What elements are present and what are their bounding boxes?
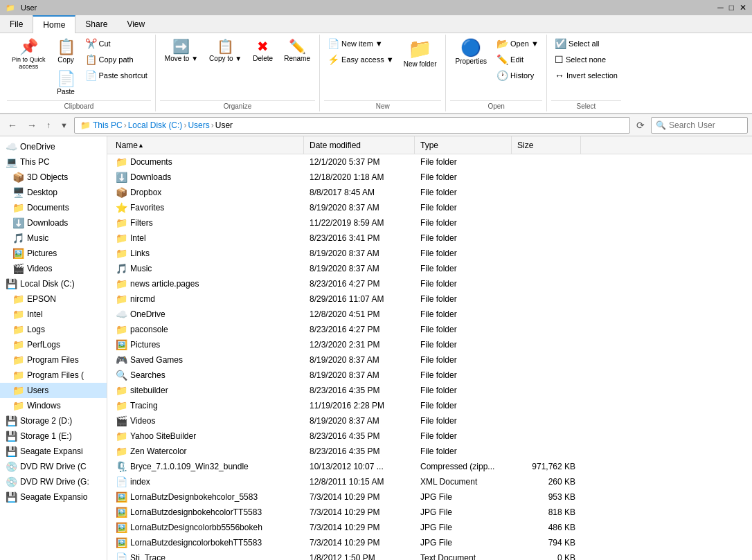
table-row[interactable]: 🖼️ LornaButzDesignbokehcolor_5583 7/3/20… bbox=[107, 489, 752, 505]
file-type-13: File folder bbox=[415, 355, 512, 365]
table-row[interactable]: 📄 index 12/8/2011 10:15 AM XML Document … bbox=[107, 474, 752, 489]
pin-quick-access-button[interactable]: 📌 Pin to Quickaccess bbox=[7, 36, 51, 73]
sidebar-item-storage1[interactable]: 💾Storage 1 (E:) bbox=[0, 428, 107, 444]
easy-access-button[interactable]: ⚡ Easy access ▼ bbox=[324, 52, 397, 67]
search-input[interactable] bbox=[669, 120, 752, 130]
sidebar-item-pictures-nav[interactable]: 🖼️Pictures bbox=[0, 246, 107, 261]
breadcrumb-this-pc[interactable]: 📁 This PC bbox=[80, 120, 123, 130]
table-row[interactable]: ⭐ Favorites 8/19/2020 8:37 AM File folde… bbox=[107, 200, 752, 215]
paste-shortcut-button[interactable]: 📄 Paste shortcut bbox=[82, 68, 151, 83]
sidebar-item-dvd-c[interactable]: 💿DVD RW Drive (C bbox=[0, 459, 107, 474]
table-row[interactable]: 📄 Sti_Trace 1/8/2012 1:50 PM Text Docume… bbox=[107, 550, 752, 560]
table-row[interactable]: 📁 paconsole 8/23/2016 4:27 PM File folde… bbox=[107, 322, 752, 337]
sidebar-item-storage2[interactable]: 💾Storage 2 (D:) bbox=[0, 413, 107, 428]
select-none-button[interactable]: ☐ Select none bbox=[551, 52, 621, 67]
move-to-button[interactable]: ➡️ Move to ▼ bbox=[160, 36, 203, 66]
open-icon: 📂 bbox=[496, 38, 508, 49]
tab-share[interactable]: Share bbox=[75, 15, 117, 33]
table-row[interactable]: ☁️ OneDrive 12/8/2020 4:51 PM File folde… bbox=[107, 307, 752, 322]
table-row[interactable]: 📁 nircmd 8/29/2016 11:07 AM File folder bbox=[107, 291, 752, 307]
close-button[interactable]: ✕ bbox=[740, 3, 746, 12]
breadcrumb-users[interactable]: Users bbox=[188, 120, 209, 130]
col-type-header[interactable]: Type bbox=[415, 136, 512, 154]
sidebar-item-videos-nav[interactable]: 🎬Videos bbox=[0, 261, 107, 276]
sidebar-item-seagate-exp[interactable]: 💾Seagate Expansi bbox=[0, 444, 107, 459]
table-row[interactable]: 📁 Yahoo SiteBuilder 8/23/2016 4:35 PM Fi… bbox=[107, 428, 752, 444]
new-item-button[interactable]: 📄 New item ▼ bbox=[324, 36, 397, 51]
col-name-header[interactable]: Name ▲ bbox=[110, 136, 304, 154]
open-button[interactable]: 📂 Open ▼ bbox=[493, 36, 542, 51]
sidebar-item-windows[interactable]: 📁Windows bbox=[0, 398, 107, 413]
sidebar-item-this-pc[interactable]: 💻This PC bbox=[0, 154, 107, 170]
paste-shortcut-label: Paste shortcut bbox=[99, 71, 147, 80]
minimize-button[interactable]: ─ bbox=[717, 3, 724, 12]
back-button[interactable]: ← bbox=[4, 118, 21, 133]
refresh-button[interactable]: ⟳ bbox=[633, 118, 648, 133]
history-button[interactable]: 🕐 History bbox=[493, 68, 542, 83]
breadcrumb[interactable]: 📁 This PC › Local Disk (C:) › Users › Us… bbox=[74, 117, 630, 134]
sidebar-label-seagate-exp: Seagate Expansi bbox=[20, 446, 83, 456]
table-row[interactable]: 🖼️ LornaButzdesignbokehcolorTT5583 7/3/2… bbox=[107, 505, 752, 520]
table-row[interactable]: 🖼️ Pictures 12/3/2020 2:31 PM File folde… bbox=[107, 337, 752, 352]
table-row[interactable]: 📁 Filters 11/22/2019 8:59 AM File folder bbox=[107, 215, 752, 231]
sidebar-item-program-files-x[interactable]: 📁Program Files ( bbox=[0, 368, 107, 383]
sidebar-item-perflogs[interactable]: 📁PerfLogs bbox=[0, 337, 107, 352]
invert-selection-button[interactable]: ↔️ Invert selection bbox=[551, 68, 621, 83]
table-row[interactable]: 🖼️ LornaButzDesigncolorbb5556bokeh 7/3/2… bbox=[107, 520, 752, 535]
up-button[interactable]: ↑ bbox=[43, 118, 54, 132]
table-row[interactable]: 📦 Dropbox 8/8/2017 8:45 AM File folder bbox=[107, 185, 752, 200]
sidebar-item-program-files[interactable]: 📁Program Files bbox=[0, 352, 107, 368]
cut-button[interactable]: ✂️ Cut bbox=[82, 36, 151, 51]
tab-view[interactable]: View bbox=[117, 15, 154, 33]
paste-button[interactable]: 📄 Paste bbox=[52, 68, 80, 99]
table-row[interactable]: 🗜️ Bryce_7.1.0.109_Win32_bundle 10/13/20… bbox=[107, 459, 752, 474]
file-date-6: 8/19/2020 8:37 AM bbox=[304, 249, 415, 258]
copy-button[interactable]: 📋 Copy bbox=[52, 36, 80, 67]
table-row[interactable]: ⬇️ Downloads 12/18/2020 1:18 AM File fol… bbox=[107, 170, 752, 185]
maximize-button[interactable]: □ bbox=[729, 3, 734, 12]
sidebar-item-music-nav[interactable]: 🎵Music bbox=[0, 231, 107, 246]
sidebar-item-epson[interactable]: 📁EPSON bbox=[0, 291, 107, 307]
sidebar-item-intel[interactable]: 📁Intel bbox=[0, 307, 107, 322]
sidebar-item-dvd-g[interactable]: 💿DVD RW Drive (G: bbox=[0, 474, 107, 489]
sidebar-item-users[interactable]: 📁Users bbox=[0, 383, 107, 398]
table-row[interactable]: 📁 Zen Watercolor 8/23/2016 4:35 PM File … bbox=[107, 444, 752, 459]
sidebar-item-documents[interactable]: 📁Documents bbox=[0, 200, 107, 215]
sidebar-item-logs[interactable]: 📁Logs bbox=[0, 322, 107, 337]
rename-button[interactable]: ✏️ Rename bbox=[279, 36, 315, 66]
delete-button[interactable]: ✖ Delete bbox=[248, 36, 278, 66]
table-row[interactable]: 🎬 Videos 8/19/2020 8:37 AM File folder bbox=[107, 413, 752, 428]
properties-button[interactable]: 🔵 Properties bbox=[450, 36, 492, 69]
table-row[interactable]: 🔍 Searches 8/19/2020 8:37 AM File folder bbox=[107, 368, 752, 383]
copy-to-button[interactable]: 📋 Copy to ▼ bbox=[204, 36, 247, 66]
copy-to-label: Copy to ▼ bbox=[209, 55, 242, 62]
table-row[interactable]: 📁 Tracing 11/19/2016 2:28 PM File folder bbox=[107, 398, 752, 413]
col-size-header[interactable]: Size bbox=[512, 136, 581, 154]
table-row[interactable]: 📁 news article.pages 8/23/2016 4:27 PM F… bbox=[107, 276, 752, 291]
sidebar-item-onedrive[interactable]: ☁️OneDrive bbox=[0, 139, 107, 154]
table-row[interactable]: 📁 Links 8/19/2020 8:37 AM File folder bbox=[107, 246, 752, 261]
sidebar-item-seagate-exp2[interactable]: 💾Seagate Expansio bbox=[0, 489, 107, 505]
select-all-button[interactable]: ☑️ Select all bbox=[551, 36, 621, 51]
sidebar-item-downloads-nav[interactable]: ⬇️Downloads bbox=[0, 215, 107, 231]
file-date-10: 12/8/2020 4:51 PM bbox=[304, 309, 415, 319]
col-date-header[interactable]: Date modified bbox=[304, 136, 415, 154]
forward-button[interactable]: → bbox=[24, 118, 40, 133]
sidebar-item-3d-objects[interactable]: 📦3D Objects bbox=[0, 170, 107, 185]
sidebar-item-desktop[interactable]: 🖥️Desktop bbox=[0, 185, 107, 200]
table-row[interactable]: 📁 sitebuilder 8/23/2016 4:35 PM File fol… bbox=[107, 383, 752, 398]
table-row[interactable]: 📁 Documents 12/1/2020 5:37 PM File folde… bbox=[107, 154, 752, 170]
table-row[interactable]: 📁 Intel 8/23/2016 3:41 PM File folder bbox=[107, 231, 752, 246]
copy-path-button[interactable]: 📋 Copy path bbox=[82, 52, 151, 67]
sidebar-item-local-disk-c[interactable]: 💾Local Disk (C:) bbox=[0, 276, 107, 291]
table-row[interactable]: 🎵 Music 8/19/2020 8:37 AM File folder bbox=[107, 261, 752, 276]
breadcrumb-local-disk[interactable]: Local Disk (C:) bbox=[128, 120, 183, 130]
table-row[interactable]: 🎮 Saved Games 8/19/2020 8:37 AM File fol… bbox=[107, 352, 752, 368]
dropdown-recent-button[interactable]: ▼ bbox=[57, 119, 71, 132]
edit-button[interactable]: ✏️ Edit bbox=[493, 52, 542, 67]
new-folder-button[interactable]: 📁 New folder bbox=[399, 36, 442, 71]
table-row[interactable]: 🖼️ LornaButzdesigncolorbokehTT5583 7/3/2… bbox=[107, 535, 752, 550]
sidebar: ☁️OneDrive💻This PC📦3D Objects🖥️Desktop📁D… bbox=[0, 136, 107, 560]
tab-file[interactable]: File bbox=[0, 15, 33, 33]
tab-home[interactable]: Home bbox=[33, 15, 75, 33]
